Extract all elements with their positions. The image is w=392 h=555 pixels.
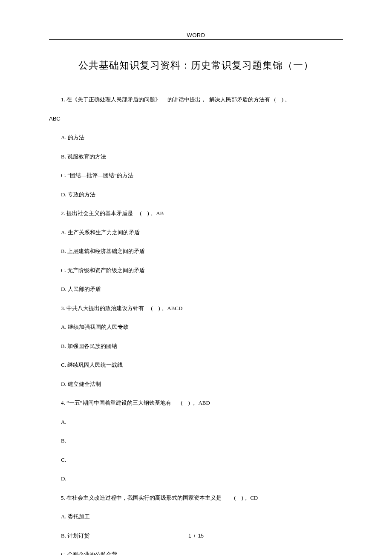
- footer-page-current: 1: [188, 533, 191, 539]
- q1-option-c: C. “团结—批评—团结”的方法: [49, 171, 343, 180]
- header-label: WORD: [49, 32, 343, 39]
- q2-option-b: B. 上层建筑和经济基础之间的矛盾: [49, 247, 343, 256]
- q4-stem: 4. “一五”期间中国着重建设的三大钢铁基地有 ( ) 。ABD: [49, 399, 343, 407]
- q1-stem: 1. 在《关于正确处理人民部矛盾的问题》 的讲话中提出， 解决人民部矛盾的方法有…: [49, 95, 343, 104]
- q5-option-c: C. 个别企业的公私合营: [49, 550, 343, 555]
- page-footer: 1 / 15: [0, 533, 392, 539]
- q3-option-a: A. 继续加强我国的人民专政: [49, 323, 343, 331]
- q3-option-b: B. 加强国各民族的团结: [49, 342, 343, 351]
- document-body: 1. 在《关于正确处理人民部矛盾的问题》 的讲话中提出， 解决人民部矛盾的方法有…: [49, 95, 343, 555]
- q5-option-a: A. 委托加工: [49, 512, 343, 521]
- q2-option-a: A. 生产关系和生产力之间的矛盾: [49, 228, 343, 237]
- q4-option-d: D.: [49, 474, 343, 483]
- page-title: 公共基础知识复习资料：历史常识复习题集锦（一）: [49, 59, 343, 72]
- q4-option-b: B.: [49, 437, 343, 445]
- q3-option-c: C. 继续巩固人民统一战线: [49, 361, 343, 369]
- q5-stem: 5. 在社会主义改造过程中，我国实行的高级形式的国家资本主义是 ( ) 。CD: [49, 494, 343, 502]
- q1-option-a: A. 的方法: [49, 133, 343, 142]
- q2-option-d: D. 人民部的矛盾: [49, 285, 343, 293]
- q2-stem: 2. 提出社会主义的基本矛盾是 ( ) 。AB: [49, 209, 343, 218]
- footer-separator: /: [194, 533, 195, 539]
- q4-option-a: A.: [49, 418, 343, 426]
- footer-page-total: 15: [198, 533, 204, 539]
- q4-option-c: C.: [49, 456, 343, 464]
- q3-stem: 3. 中共八大提出的政治建设方针有 ( ) 。ABCD: [49, 304, 343, 313]
- page-container: WORD 公共基础知识复习资料：历史常识复习题集锦（一） 1. 在《关于正确处理…: [0, 0, 392, 555]
- q1-answer: ABC: [49, 115, 343, 123]
- q2-option-c: C. 无产阶级和资产阶级之间的矛盾: [49, 266, 343, 275]
- q3-option-d: D. 建立健全法制: [49, 380, 343, 388]
- header-rule: [49, 39, 343, 40]
- q1-option-d: D. 专政的方法: [49, 190, 343, 199]
- page-header: WORD: [49, 32, 343, 40]
- q1-option-b: B. 说服教育的方法: [49, 152, 343, 161]
